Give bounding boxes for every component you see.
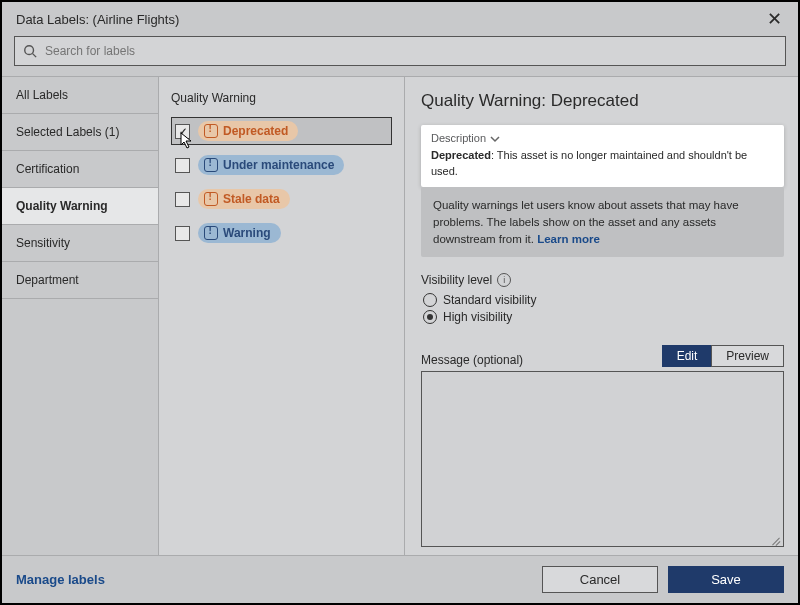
info-box: Quality warnings let users know about as… — [421, 187, 784, 257]
badge-deprecated[interactable]: Deprecated — [198, 121, 298, 141]
search-input[interactable] — [43, 43, 777, 59]
visibility-label: Visibility level — [421, 273, 492, 287]
warning-icon — [204, 192, 218, 206]
dialog-titlebar: Data Labels: (Airline Flights) ✕ — [2, 2, 798, 34]
label-row-under-maintenance[interactable]: Under maintenance — [171, 151, 392, 179]
description-toggle[interactable]: Description — [431, 131, 774, 146]
warning-icon — [204, 124, 218, 138]
radio-high-visibility[interactable]: High visibility — [423, 310, 784, 324]
description-name: Deprecated — [431, 149, 491, 161]
radio-icon — [423, 310, 437, 324]
detail-pane: Quality Warning: Deprecated Description … — [405, 77, 798, 555]
badge-label: Stale data — [223, 192, 280, 206]
checkbox-stale-data[interactable] — [175, 192, 190, 207]
badge-label: Warning — [223, 226, 271, 240]
visibility-header: Visibility level i — [421, 273, 784, 287]
radio-label: Standard visibility — [443, 293, 536, 307]
visibility-section: Visibility level i Standard visibility H… — [421, 273, 784, 327]
category-sidebar: All Labels Selected Labels (1) Certifica… — [2, 77, 159, 555]
cancel-button[interactable]: Cancel — [542, 566, 658, 593]
sidebar-item-selected-labels[interactable]: Selected Labels (1) — [2, 114, 158, 151]
radio-standard-visibility[interactable]: Standard visibility — [423, 293, 784, 307]
message-label: Message (optional) — [421, 353, 523, 367]
label-row-warning[interactable]: Warning — [171, 219, 392, 247]
tab-preview[interactable]: Preview — [711, 345, 784, 367]
dialog-footer: Manage labels Cancel Save — [2, 555, 798, 603]
sidebar-item-all-labels[interactable]: All Labels — [2, 77, 158, 114]
description-label: Description — [431, 131, 486, 146]
info-icon[interactable]: i — [497, 273, 511, 287]
save-button[interactable]: Save — [668, 566, 784, 593]
svg-point-0 — [25, 46, 34, 55]
message-tabs: Edit Preview — [662, 345, 784, 367]
chevron-down-icon — [490, 134, 500, 144]
label-row-stale-data[interactable]: Stale data — [171, 185, 392, 213]
description-card: Description Deprecated: This asset is no… — [421, 125, 784, 187]
radio-icon — [423, 293, 437, 307]
sidebar-item-quality-warning[interactable]: Quality Warning — [2, 188, 158, 225]
footer-buttons: Cancel Save — [542, 566, 784, 593]
search-icon — [23, 44, 37, 58]
dialog-title: Data Labels: (Airline Flights) — [16, 12, 179, 27]
message-section: Message (optional) Edit Preview — [421, 345, 784, 547]
description-body: Deprecated: This asset is no longer main… — [431, 148, 774, 179]
label-row-deprecated[interactable]: Deprecated — [171, 117, 392, 145]
message-header: Message (optional) Edit Preview — [421, 345, 784, 367]
badge-label: Deprecated — [223, 124, 288, 138]
detail-title: Quality Warning: Deprecated — [421, 91, 784, 111]
checkbox-warning[interactable] — [175, 226, 190, 241]
warning-icon — [204, 226, 218, 240]
close-icon[interactable]: ✕ — [763, 10, 786, 28]
sidebar-item-department[interactable]: Department — [2, 262, 158, 299]
badge-label: Under maintenance — [223, 158, 334, 172]
search-field[interactable] — [14, 36, 786, 66]
tab-edit[interactable]: Edit — [662, 345, 712, 367]
badge-warning[interactable]: Warning — [198, 223, 281, 243]
warning-icon — [204, 158, 218, 172]
label-list-heading: Quality Warning — [171, 91, 392, 105]
data-labels-dialog: Data Labels: (Airline Flights) ✕ All Lab… — [0, 0, 800, 605]
dialog-body: All Labels Selected Labels (1) Certifica… — [2, 76, 798, 555]
svg-line-1 — [33, 54, 37, 58]
sidebar-item-certification[interactable]: Certification — [2, 151, 158, 188]
radio-label: High visibility — [443, 310, 512, 324]
badge-under-maintenance[interactable]: Under maintenance — [198, 155, 344, 175]
checkbox-under-maintenance[interactable] — [175, 158, 190, 173]
learn-more-link[interactable]: Learn more — [537, 233, 600, 245]
manage-labels-link[interactable]: Manage labels — [16, 572, 105, 587]
message-textarea[interactable] — [421, 371, 784, 547]
badge-stale-data[interactable]: Stale data — [198, 189, 290, 209]
checkbox-deprecated[interactable] — [175, 124, 190, 139]
label-list-column: Quality Warning Deprecated Under mainten… — [159, 77, 405, 555]
resize-grip-icon[interactable] — [771, 534, 781, 544]
sidebar-item-sensitivity[interactable]: Sensitivity — [2, 225, 158, 262]
